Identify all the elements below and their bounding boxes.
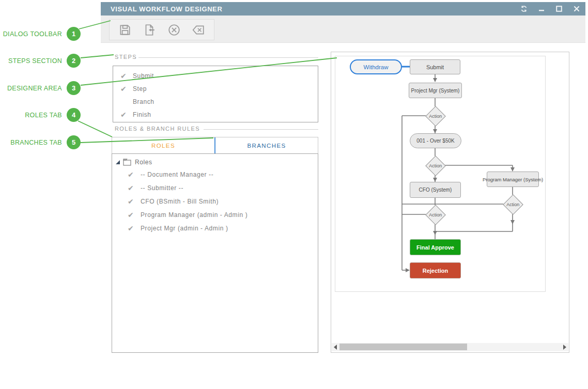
window-controls: [520, 2, 580, 15]
check-icon: [120, 111, 133, 119]
scroll-right-icon[interactable]: [561, 343, 568, 351]
check-icon: [128, 211, 141, 219]
check-icon: [120, 85, 133, 93]
check-icon: [128, 224, 141, 232]
tab-roles[interactable]: ROLES: [112, 137, 214, 153]
step-item-branch[interactable]: Branch: [113, 95, 318, 108]
save-icon[interactable]: [117, 22, 133, 38]
annotation-badge-1: 1: [67, 27, 81, 41]
backspace-delete-icon[interactable]: [191, 22, 206, 38]
collapse-expander-icon[interactable]: [116, 160, 120, 164]
annotation-badge-5: 5: [67, 135, 81, 149]
step-item-submit[interactable]: Submit: [113, 69, 318, 82]
flow-node-program-manager[interactable]: Program Manager (System): [487, 172, 539, 187]
tree-item-document-manager[interactable]: -- Document Manager --: [112, 168, 318, 181]
annotation-roles-tab: ROLES TAB 4: [25, 108, 81, 122]
flow-node-project-mgr[interactable]: Project Mgr (System): [409, 83, 462, 98]
flow-node-over-50k[interactable]: 001 - Over $50K: [410, 133, 461, 148]
annotation-badge-3: 3: [67, 81, 81, 95]
steps-section-title: STEPS: [115, 54, 137, 60]
check-in-icon[interactable]: [142, 22, 157, 38]
designer-area: Withdraw Submit Project Mgr (System) Act…: [331, 52, 569, 353]
sync-icon[interactable]: [520, 5, 528, 13]
minimize-icon[interactable]: [537, 5, 545, 13]
check-icon: [128, 170, 141, 179]
step-item-finish[interactable]: Finish: [113, 108, 318, 121]
tree-item-cfo[interactable]: CFO (BSmith - Bill Smith): [112, 195, 318, 208]
horizontal-scrollbar[interactable]: [332, 343, 568, 351]
check-icon: [128, 184, 141, 192]
tree-item-submitter[interactable]: -- Submitter --: [112, 181, 318, 195]
flow-node-rejection[interactable]: Rejection: [410, 262, 461, 278]
step-item-step[interactable]: Step: [113, 82, 318, 95]
annotation-badge-4: 4: [67, 108, 81, 122]
toolbar-icon-group: [109, 19, 214, 40]
cancel-icon[interactable]: [166, 22, 182, 38]
roles-tree: Roles -- Document Manager -- -- Submitte…: [112, 153, 318, 353]
flow-node-final-approve[interactable]: Final Approve: [410, 239, 461, 255]
tree-item-project-mgr[interactable]: Project Mgr (admin - Admin ): [112, 222, 318, 235]
maximize-icon[interactable]: [555, 5, 563, 13]
scrollbar-thumb[interactable]: [339, 344, 467, 350]
tree-root-roles[interactable]: Roles: [112, 157, 318, 168]
steps-rule: [138, 57, 318, 58]
tab-branches[interactable]: BRANCHES: [215, 137, 318, 153]
flow-node-withdraw[interactable]: Withdraw: [350, 59, 402, 74]
annotation-designer-area: DESIGNER AREA 3: [7, 81, 81, 95]
dialog-title: VISUAL WORKFLOW DESIGNER: [111, 5, 222, 13]
roles-branches-tabs: ROLES BRANCHES: [112, 137, 318, 153]
flow-node-submit[interactable]: Submit: [410, 59, 460, 74]
tree-item-program-manager[interactable]: Program Manager (admin - Admin ): [112, 208, 318, 222]
annotation-steps-section: STEPS SECTION 2: [8, 54, 81, 68]
annotation-branches-tab: BRANCHES TAB 5: [10, 135, 81, 149]
check-icon: [128, 197, 141, 206]
steps-list: Submit Step Branch Finish: [113, 66, 318, 122]
dialog-titlebar[interactable]: VISUAL WORKFLOW DESIGNER: [101, 2, 585, 15]
flow-node-cfo[interactable]: CFO (System): [410, 182, 461, 198]
dialog-toolbar: [101, 15, 585, 43]
annotation-badge-2: 2: [67, 54, 81, 68]
scroll-left-icon[interactable]: [332, 343, 339, 351]
roles-section-title: ROLES & BRANCH RULES: [115, 126, 200, 132]
annotation-dialog-toolbar: DIALOG TOOLBAR 1: [3, 27, 81, 41]
designer-canvas[interactable]: Withdraw Submit Project Mgr (System) Act…: [335, 56, 546, 292]
check-icon: [120, 72, 133, 80]
roles-rule: [204, 129, 318, 130]
close-icon[interactable]: [572, 5, 580, 13]
folder-icon: [123, 159, 131, 166]
visual-workflow-designer-screen: VISUAL WORKFLOW DESIGNER: [0, 0, 588, 389]
